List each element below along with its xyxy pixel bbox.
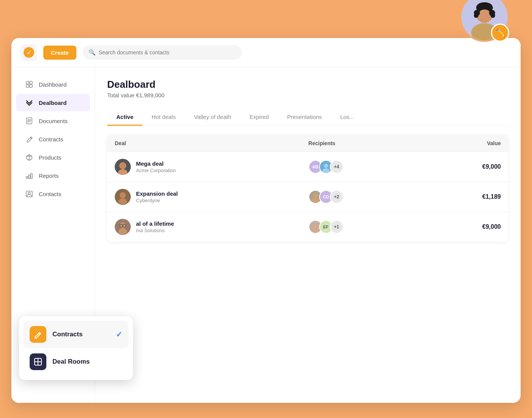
tab-presentations[interactable]: Presentations: [278, 109, 331, 126]
col-value: Value: [425, 135, 508, 152]
deal-name-2: Expansion deal: [136, 190, 178, 197]
sidebar-item-contracts[interactable]: Contracts: [16, 130, 90, 148]
svg-rect-22: [28, 175, 30, 179]
tab-valley[interactable]: Valley of death: [185, 109, 240, 126]
svg-point-47: [312, 228, 319, 233]
sidebar-item-dashboard[interactable]: Dashboard: [16, 76, 90, 93]
grid-icon: [25, 80, 33, 89]
col-deal: Deal: [107, 135, 301, 152]
dropdown-item-contracts[interactable]: Contracts ✓: [24, 321, 128, 348]
sidebar-label-documents: Documents: [39, 118, 68, 124]
page-title: Dealboard: [107, 79, 508, 90]
deal-company-3: ma Solutions: [136, 228, 174, 233]
sidebar-item-documents[interactable]: Documents: [16, 112, 90, 130]
sidebar-item-dealboard[interactable]: Dealboard: [16, 94, 90, 111]
table-row[interactable]: al of a lifetime ma Solutions: [107, 212, 508, 242]
sidebar-label-contracts: Contracts: [39, 136, 63, 142]
sidebar-label-products: Products: [39, 154, 61, 161]
deal-cell: Expansion deal Cyberdyne: [107, 182, 301, 212]
deal-avatar-3: [115, 219, 131, 235]
search-bar: 🔍: [82, 45, 242, 60]
profile-container: ✏️: [460, 0, 509, 42]
contacts-icon: [25, 190, 33, 198]
svg-point-8: [474, 13, 478, 18]
svg-rect-13: [30, 85, 32, 87]
recipients-cell-1: AB +4: [301, 152, 425, 182]
deal-cell: al of a lifetime ma Solutions: [107, 212, 301, 242]
table-header-row: Deal Recipients Value: [107, 135, 508, 152]
profile-edit-button[interactable]: ✏️: [491, 24, 509, 42]
sidebar-label-contacts: Contacts: [39, 191, 61, 197]
col-recipients: Recipients: [301, 135, 425, 152]
recipient-count-3: +1: [330, 220, 344, 234]
sidebar-item-contacts[interactable]: Contacts: [16, 185, 90, 203]
tab-hot-deals[interactable]: Hot deals: [142, 109, 185, 126]
svg-point-29: [120, 163, 125, 168]
box-icon: [25, 153, 33, 162]
svg-rect-21: [26, 176, 28, 179]
svg-rect-11: [30, 81, 32, 84]
deal-name-3: al of a lifetime: [136, 220, 174, 227]
page-subtitle: Total value €1,989,000: [107, 92, 508, 98]
deal-company-2: Cyberdyne: [136, 198, 178, 203]
logo-icon: ✓: [24, 47, 34, 58]
checkmark-icon: ✓: [116, 330, 122, 339]
recipients-cell-2: CD +2: [301, 182, 425, 212]
dropdown-menu: Contracts ✓ Deal Rooms: [19, 316, 133, 380]
recipient-count-2: +2: [330, 190, 344, 204]
tab-expired[interactable]: Expired: [241, 109, 278, 126]
svg-point-37: [313, 193, 317, 198]
dropdown-item-dealrooms[interactable]: Deal Rooms: [24, 348, 128, 375]
table-row[interactable]: Mega deal Acme Corporation AB: [107, 152, 508, 182]
deal-name-1: Mega deal: [136, 160, 176, 167]
search-icon: 🔍: [89, 49, 96, 56]
main-content: Dealboard Total value €1,989,000 Active …: [95, 67, 521, 403]
tab-lost[interactable]: Los...: [331, 109, 363, 126]
app-window: ✓ Create 🔍 Dashboard: [11, 38, 521, 403]
svg-point-9: [491, 13, 495, 18]
svg-point-35: [119, 198, 127, 204]
svg-rect-12: [26, 85, 29, 87]
deal-value-3: €9,000: [425, 212, 508, 242]
recipients-cell-3: EF +1: [301, 212, 425, 242]
document-icon: [25, 117, 33, 125]
tab-active[interactable]: Active: [107, 109, 142, 126]
dropdown-dealrooms-label: Deal Rooms: [52, 358, 90, 366]
deal-company-1: Acme Corporation: [136, 168, 176, 173]
pencil-icon: [25, 135, 33, 143]
deal-avatar-1: [115, 159, 131, 175]
svg-rect-10: [26, 81, 29, 84]
svg-point-5: [478, 10, 491, 22]
table-row[interactable]: Expansion deal Cyberdyne: [107, 182, 508, 212]
svg-point-25: [28, 192, 30, 195]
svg-point-32: [322, 168, 329, 173]
recipient-count-1: +4: [330, 160, 344, 174]
svg-point-46: [313, 223, 317, 228]
search-input[interactable]: [99, 49, 236, 55]
tabs-bar: Active Hot deals Valley of death Expired…: [107, 109, 508, 126]
dropdown-contracts-label: Contracts: [52, 331, 82, 338]
svg-point-31: [324, 164, 328, 168]
chevron-double-icon: [25, 98, 33, 107]
header: ✓ Create 🔍: [11, 38, 521, 67]
deals-table: Deal Recipients Value: [107, 135, 508, 242]
deal-cell: Mega deal Acme Corporation: [107, 152, 301, 182]
svg-point-41: [119, 228, 127, 234]
deal-value-2: €1,189: [425, 182, 508, 212]
contracts-icon: [30, 326, 46, 343]
sidebar-label-dashboard: Dashboard: [39, 81, 66, 88]
chart-icon: [25, 171, 33, 180]
svg-point-34: [120, 192, 126, 198]
sidebar-item-reports[interactable]: Reports: [16, 167, 90, 184]
sidebar-item-products[interactable]: Products: [16, 149, 90, 166]
svg-point-38: [312, 198, 319, 203]
deal-rooms-icon: [30, 353, 46, 370]
sidebar-label-dealboard: Dealboard: [39, 100, 66, 106]
create-button[interactable]: Create: [43, 46, 76, 60]
svg-rect-23: [31, 173, 32, 179]
sidebar-label-reports: Reports: [39, 173, 59, 179]
deal-value-1: €9,000: [425, 152, 508, 182]
logo-button[interactable]: ✓: [21, 44, 37, 61]
deal-avatar-2: [115, 189, 131, 205]
